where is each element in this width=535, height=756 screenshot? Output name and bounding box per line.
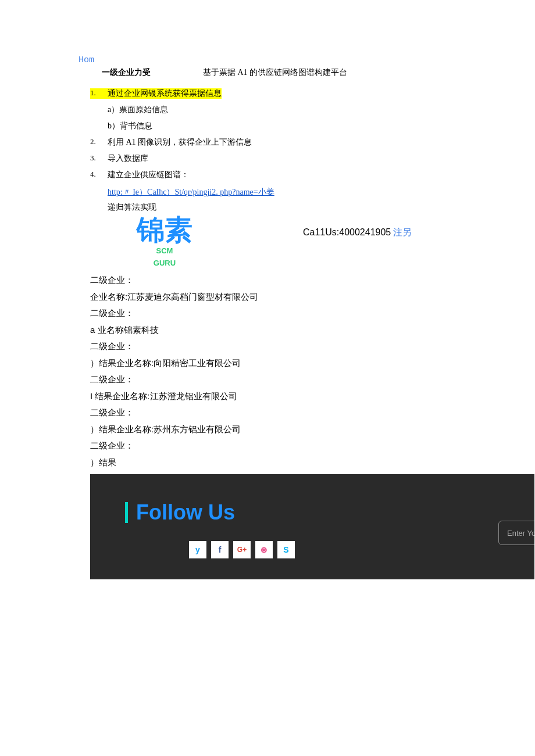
footer: Follow Us y f G+ ⊛ S Enter You (90, 474, 534, 579)
step-number: 1. (90, 88, 108, 99)
logo-sub-text-2: GURU (137, 259, 192, 268)
subscribe-input-wrap: Enter You (498, 521, 534, 545)
subscribe-input[interactable]: Enter You (498, 521, 534, 545)
logo-main-text: 锦素 (137, 216, 192, 244)
follow-us-text: Follow Us (136, 500, 235, 525)
dribbble-icon[interactable]: ⊛ (255, 541, 273, 558)
step-1-sub-a: a）票面原始信息 (108, 105, 535, 115)
step-text: 通过企业网银系统获得票据信息 (108, 88, 222, 99)
step-3: 3. 导入数据库 (90, 153, 535, 164)
skype-icon[interactable]: S (277, 541, 295, 558)
document-body: Hom 一级企业力受 基于票据 A1 的供应链网络图谱构建平台 1. 通过企业网… (0, 55, 535, 579)
step-2: 2. 利用 A1 图像识别，获得企业上下游信息 (90, 137, 535, 148)
result-line: 二级企业： (90, 371, 535, 388)
result-line: ）结果企业名称:向阳精密工业有限公司 (90, 355, 535, 372)
result-line: 二级企业： (90, 305, 535, 322)
step-1-sub-b: b）背书信息 (108, 121, 535, 131)
step-1: 1. 通过企业网银系统获得票据信息 (90, 88, 535, 99)
header-row: 一级企业力受 基于票据 A1 的供应链网络图谱构建平台 (90, 67, 535, 78)
logo-row: 锦素 SCM GURU Ca11Us:4000241905 注另 (90, 216, 535, 268)
result-line: 二级企业： (90, 272, 535, 289)
register-link[interactable]: 注另 (391, 227, 412, 237)
page-title: 基于票据 A1 的供应链网络图谱构建平台 (203, 67, 347, 78)
result-line: I 结果企业名称:江苏澄龙铝业有限公司 (90, 388, 535, 405)
result-line: ）结果 (90, 454, 535, 471)
home-link[interactable]: Hom (79, 55, 535, 65)
follow-us-heading: Follow Us (125, 500, 534, 525)
twitter-icon[interactable]: y (189, 541, 206, 558)
step-text: 建立企业供应链图谱： (108, 170, 189, 180)
result-line: 二级企业： (90, 404, 535, 421)
call-us-number: Ca11Us:4000241905 (303, 227, 391, 237)
logo-sub-text-1: SCM (137, 246, 192, 256)
supply-chain-link[interactable]: http:〃 Ie）CaIhc）St/qr/pingji2. php?name=… (108, 186, 299, 199)
step-number: 4. (90, 170, 108, 180)
step-text: 利用 A1 图像识别，获得企业上下游信息 (108, 137, 252, 148)
step-number: 3. (90, 153, 108, 164)
steps-list: 1. 通过企业网银系统获得票据信息 a）票面原始信息 b）背书信息 2. 利用 … (90, 88, 535, 213)
algorithm-label: 递归算法实现 (108, 202, 535, 213)
step-number: 2. (90, 137, 108, 148)
result-line: 二级企业： (90, 338, 535, 355)
step-4: 4. 建立企业供应链图谱： (90, 170, 535, 180)
step-text: 导入数据库 (108, 153, 148, 164)
social-icons-row: y f G+ ⊛ S (189, 541, 534, 558)
google-plus-icon[interactable]: G+ (233, 541, 251, 558)
result-line: ）结果企业名称:苏州东方铝业有限公司 (90, 421, 535, 438)
brand-logo: 锦素 SCM GURU (137, 216, 192, 268)
accent-bar-icon (125, 502, 128, 523)
result-line: 二级企业： (90, 438, 535, 454)
left-subheading: 一级企业力受 (102, 67, 151, 78)
result-line: a 业名称锦素科技 (90, 322, 535, 339)
results-list: 二级企业： 企业名称:江苏麦迪尔高档门窗型材有限公司 二级企业： a 业名称锦素… (90, 272, 535, 471)
result-line: 企业名称:江苏麦迪尔高档门窗型材有限公司 (90, 289, 535, 306)
call-us-label: Ca11Us:4000241905 注另 (303, 227, 412, 239)
facebook-icon[interactable]: f (211, 541, 229, 558)
